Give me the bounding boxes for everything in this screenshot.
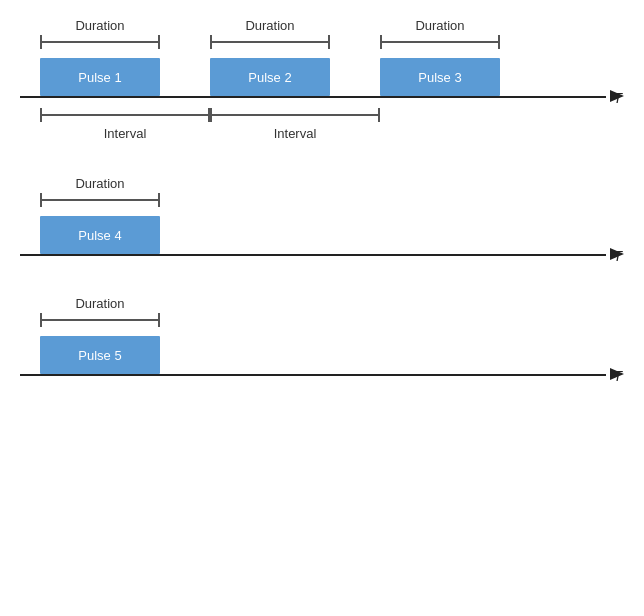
timeline-row-2: T Pulse 4: [20, 216, 624, 266]
duration-label-3: Duration: [380, 18, 500, 33]
interval-label-2: Interval: [210, 126, 380, 141]
duration-label-2: Duration: [210, 18, 330, 33]
duration-area-3: Duration: [20, 296, 624, 336]
duration-bracket-1: Duration: [40, 18, 160, 49]
duration-bracket-2: Duration: [210, 18, 330, 49]
diagram-section-3: Duration T Pulse 5: [20, 296, 624, 386]
duration-label-4: Duration: [40, 176, 160, 191]
interval-label-1: Interval: [40, 126, 210, 141]
duration-bracket-4: Duration: [40, 176, 160, 207]
timeline-row-3: T Pulse 5: [20, 336, 624, 386]
duration-area-1: Duration Duration Duration: [20, 18, 624, 58]
pulse-box-1: Pulse 1: [40, 58, 160, 96]
pulse-box-3: Pulse 3: [380, 58, 500, 96]
pulse-box-5: Pulse 5: [40, 336, 160, 374]
interval-area-1: Interval Interval: [20, 108, 624, 146]
t-label-1: T: [613, 90, 622, 106]
diagram-container: Duration Duration Duration: [0, 0, 644, 426]
duration-bracket-3: Duration: [380, 18, 500, 49]
t-label-3: T: [613, 368, 622, 384]
interval-bracket-2: Interval: [210, 108, 380, 141]
axis-line-2: [20, 254, 606, 256]
pulse-box-4: Pulse 4: [40, 216, 160, 254]
t-label-2: T: [613, 248, 622, 264]
diagram-section-1: Duration Duration Duration: [20, 18, 624, 146]
duration-area-2: Duration: [20, 176, 624, 216]
timeline-row-1: T Pulse 1 Pulse 2 Pulse 3: [20, 58, 624, 108]
pulse-box-2: Pulse 2: [210, 58, 330, 96]
axis-line-1: [20, 96, 606, 98]
interval-bracket-1: Interval: [40, 108, 210, 141]
diagram-section-2: Duration T Pulse 4: [20, 176, 624, 266]
duration-label-1: Duration: [40, 18, 160, 33]
axis-line-3: [20, 374, 606, 376]
duration-label-5: Duration: [40, 296, 160, 311]
duration-bracket-5: Duration: [40, 296, 160, 327]
